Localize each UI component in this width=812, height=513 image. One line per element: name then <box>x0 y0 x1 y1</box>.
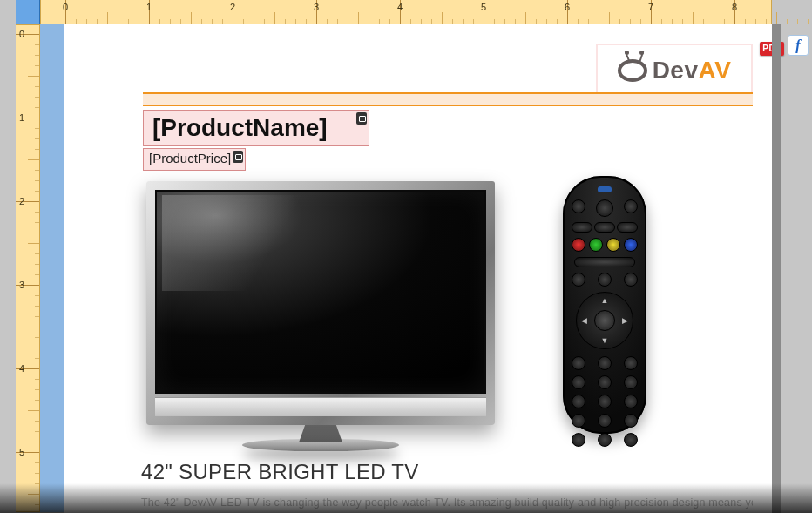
ruler-h-number: 0 <box>63 2 68 12</box>
horizontal-ruler[interactable]: 012345678 <box>40 0 772 24</box>
report-page[interactable]: DevAV PDF [ProductName] [ProductPrice] <box>64 24 772 513</box>
formula-icon: f <box>795 37 800 53</box>
formula-side-button[interactable]: f <box>788 35 809 56</box>
left-margin-strip <box>40 24 64 512</box>
page-right-shadow <box>772 24 781 513</box>
ruler-v-number: 5 <box>19 447 24 457</box>
ruler-v-number: 3 <box>19 280 24 290</box>
product-price-field[interactable]: [ProductPrice] <box>143 148 246 171</box>
product-image-tv[interactable] <box>146 181 495 425</box>
logo-field[interactable]: DevAV <box>596 44 753 98</box>
logo-tv-icon <box>618 59 647 82</box>
smart-tag-icon[interactable] <box>356 112 367 125</box>
ruler-h-number: 3 <box>314 2 319 12</box>
designer-canvas[interactable]: 012345678 012345 DevAV PDF [ProductName]… <box>0 0 812 513</box>
logo-text: DevAV <box>653 57 732 84</box>
ruler-v-number: 4 <box>19 363 24 374</box>
product-name-field[interactable]: [ProductName] <box>143 110 369 146</box>
ruler-h-number: 5 <box>481 2 486 12</box>
ruler-v-number: 0 <box>19 29 24 39</box>
ruler-h-number: 7 <box>648 2 653 12</box>
ruler-v-number: 2 <box>19 196 24 206</box>
logo-text-dev: Dev <box>653 57 699 84</box>
ruler-corner[interactable] <box>16 0 40 24</box>
ruler-h-number: 4 <box>397 2 403 12</box>
product-price-placeholder: [ProductPrice] <box>144 149 245 167</box>
logo-text-av: AV <box>699 57 732 84</box>
header-separator-bar[interactable] <box>143 92 753 106</box>
ruler-h-number: 8 <box>732 2 737 12</box>
vertical-ruler[interactable]: 012345 <box>16 24 40 512</box>
product-name-placeholder: [ProductName] <box>144 111 369 145</box>
ruler-v-number: 1 <box>19 112 24 123</box>
smart-tag-icon[interactable] <box>233 151 243 163</box>
ruler-h-number: 6 <box>565 2 570 12</box>
product-subtitle[interactable]: 42" SUPER BRIGHT LED TV <box>141 460 419 484</box>
product-body-text[interactable]: The 42" DevAV LED TV is changing the way… <box>141 496 753 509</box>
product-image-remote[interactable]: ▲▼ ◀▶ <box>563 176 646 434</box>
ruler-h-number: 2 <box>230 2 235 12</box>
ruler-h-number: 1 <box>146 2 152 12</box>
